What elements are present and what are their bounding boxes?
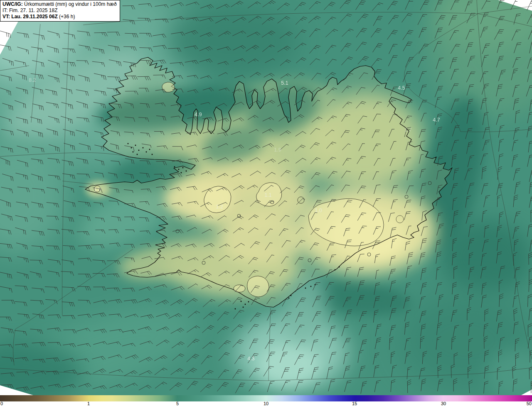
colorbar-tick: 10 xyxy=(264,401,268,406)
colorbar-tick: 1 xyxy=(87,401,90,406)
map-overlay: 8.25.14.94.54.71.91.71.21.11.01.04.3 xyxy=(0,0,532,395)
contour-label: 4.9 xyxy=(195,112,202,117)
colorbar-tick-labels: 0 1 5 10 15 30 50 xyxy=(0,401,532,406)
precipitation-wind-map: 8.25.14.94.54.71.91.71.21.11.01.04.3 xyxy=(0,0,532,395)
contour-label: 1.0 xyxy=(315,208,322,213)
contour-label: 1.1 xyxy=(264,192,271,198)
contour-label: 4.5 xyxy=(398,85,405,91)
init-time: IT: Fim. 27. 11. 2025 18Z xyxy=(2,7,58,13)
model-name: UWC/IG: xyxy=(2,1,23,7)
forecast-lead: (+36 h) xyxy=(58,14,75,20)
precipitation-colorbar xyxy=(0,395,532,401)
colorbar-tick: 0 xyxy=(0,401,3,406)
contour-label: 1.2 xyxy=(216,204,223,210)
contour-label: 1.9 xyxy=(274,147,281,153)
title-box: UWC/IG: Úrkomumætti (mm) og vindur i 100… xyxy=(0,0,120,22)
colorbar-tick: 50 xyxy=(527,401,532,406)
colorbar-tick: 15 xyxy=(352,401,357,406)
title-line-model: UWC/IG: Úrkomumætti (mm) og vindur i 100… xyxy=(2,1,117,7)
weather-map-page: 8.25.14.94.54.71.91.71.21.11.01.04.3 UWC… xyxy=(0,0,532,406)
contour-label: 1.7 xyxy=(404,127,411,133)
title-line-init: IT: Fim. 27. 11. 2025 18Z xyxy=(2,7,117,14)
contour-label: 8.2 xyxy=(29,77,36,83)
contour-label: 4.7 xyxy=(433,117,440,123)
field-description: Úrkomumætti (mm) og vindur i 100m hæð xyxy=(23,1,117,7)
contour-label: 1.0 xyxy=(94,187,101,193)
title-line-valid: VT: Lau. 29.11.2025 06Z (+36 h) xyxy=(2,14,117,20)
colorbar-tick: 5 xyxy=(176,401,179,406)
valid-time: VT: Lau. 29.11.2025 06Z xyxy=(2,14,58,20)
contour-label: 4.3 xyxy=(247,356,254,362)
colorbar-tick: 30 xyxy=(441,401,446,406)
contour-label: 5.1 xyxy=(281,80,288,86)
